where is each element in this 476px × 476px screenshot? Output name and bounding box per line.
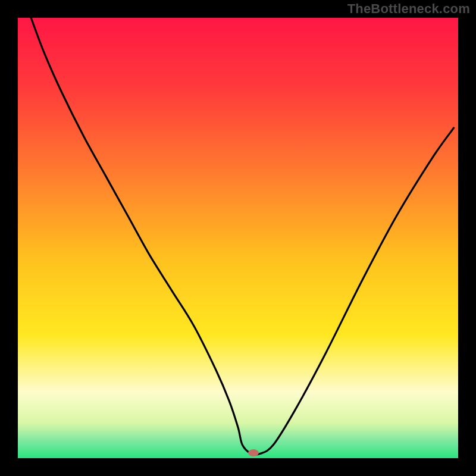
watermark-label: TheBottleneck.com [347, 1, 470, 17]
optimal-point-marker [248, 449, 259, 456]
plot-background [18, 18, 458, 458]
chart-frame: TheBottleneck.com [0, 0, 476, 476]
bottleneck-plot [0, 0, 476, 476]
